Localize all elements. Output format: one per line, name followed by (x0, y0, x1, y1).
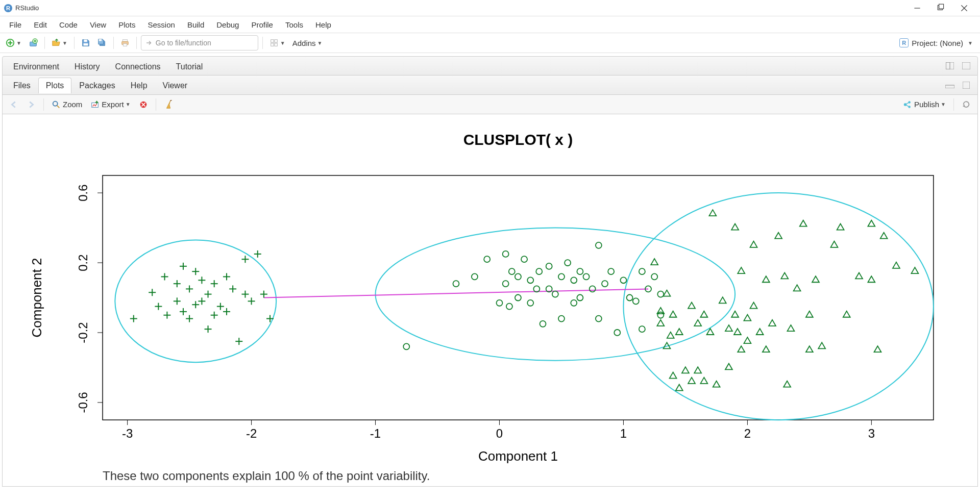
chevron-down-icon: ▼ (968, 40, 973, 46)
svg-marker-204 (750, 303, 757, 309)
svg-marker-202 (744, 315, 751, 321)
project-selector[interactable]: R Project: (None) ▼ (895, 38, 977, 47)
tab-connections[interactable]: Connections (108, 59, 168, 74)
tab-tutorial[interactable]: Tutorial (168, 59, 211, 74)
svg-rect-19 (275, 40, 277, 42)
rstudio-icon: R (4, 4, 12, 12)
svg-marker-213 (794, 285, 801, 291)
menu-view[interactable]: View (84, 18, 112, 31)
menu-file[interactable]: File (3, 18, 28, 31)
svg-marker-227 (893, 262, 900, 268)
svg-line-33 (170, 100, 172, 101)
menu-plots[interactable]: Plots (112, 18, 141, 31)
svg-point-142 (527, 300, 533, 306)
svg-point-160 (596, 316, 602, 322)
svg-marker-174 (657, 320, 664, 326)
pane-maximize-icon[interactable] (959, 78, 973, 92)
svg-line-28 (57, 105, 60, 108)
svg-marker-199 (738, 267, 745, 273)
svg-marker-182 (676, 385, 683, 391)
app-title: RStudio (15, 4, 39, 12)
clear-plots-button[interactable] (161, 97, 176, 112)
svg-marker-181 (676, 329, 683, 335)
svg-text:-3: -3 (122, 426, 133, 440)
svg-point-133 (484, 256, 490, 262)
svg-marker-220 (837, 224, 844, 230)
addins-button[interactable]: Addins ▼ (290, 36, 325, 50)
svg-text:0.2: 0.2 (76, 254, 90, 271)
svg-text:These two components explain 1: These two components explain 100 % of th… (103, 469, 430, 483)
tab-files[interactable]: Files (6, 78, 38, 93)
tab-history[interactable]: History (67, 59, 108, 74)
tab-environment[interactable]: Environment (6, 59, 67, 74)
remove-plot-button[interactable] (136, 97, 151, 112)
svg-marker-196 (731, 224, 739, 230)
svg-marker-222 (855, 272, 863, 279)
svg-text:2: 2 (744, 426, 751, 440)
svg-point-145 (536, 268, 542, 274)
svg-point-156 (577, 268, 583, 274)
svg-point-138 (509, 268, 515, 274)
menu-profile[interactable]: Profile (245, 18, 279, 31)
menu-debug[interactable]: Debug (210, 18, 245, 31)
window-maximize-button[interactable] (929, 0, 952, 16)
svg-point-27 (53, 101, 58, 106)
svg-marker-173 (651, 259, 658, 265)
save-all-button[interactable] (95, 36, 109, 50)
tab-viewer[interactable]: Viewer (155, 78, 195, 93)
svg-line-38 (906, 105, 909, 106)
svg-point-166 (633, 298, 639, 304)
zoom-icon (52, 100, 61, 109)
window-minimize-button[interactable] (905, 0, 929, 16)
new-file-button[interactable]: ▼ (3, 36, 24, 50)
new-project-button[interactable] (26, 36, 40, 50)
tab-plots[interactable]: Plots (38, 78, 72, 93)
svg-point-137 (506, 304, 512, 310)
print-button[interactable] (118, 36, 132, 50)
svg-marker-203 (750, 241, 757, 247)
svg-point-153 (571, 277, 577, 283)
refresh-plot-button[interactable] (959, 97, 973, 112)
svg-point-135 (503, 251, 509, 257)
window-close-button[interactable] (952, 0, 976, 16)
pane-collapse-icon[interactable] (943, 78, 957, 92)
svg-marker-186 (694, 320, 701, 326)
svg-text:-2: -2 (246, 426, 257, 440)
svg-point-147 (546, 263, 552, 269)
menu-edit[interactable]: Edit (28, 18, 53, 31)
export-button[interactable]: Export ▼ (88, 97, 133, 112)
publish-button[interactable]: Publish ▼ (900, 97, 948, 112)
svg-marker-214 (800, 220, 807, 227)
grid-view-button[interactable]: ▼ (267, 36, 288, 50)
svg-point-158 (590, 286, 596, 292)
chevron-down-icon: ▼ (16, 40, 21, 46)
svg-point-139 (515, 295, 521, 301)
svg-marker-191 (709, 210, 716, 216)
tab-packages[interactable]: Packages (71, 78, 122, 93)
svg-marker-193 (719, 297, 726, 303)
export-icon (90, 100, 100, 109)
titlebar: R RStudio (0, 0, 980, 16)
zoom-button[interactable]: Zoom (49, 97, 85, 112)
svg-marker-224 (868, 276, 875, 282)
open-file-button[interactable]: ▼ (49, 36, 70, 50)
menu-build[interactable]: Build (181, 18, 210, 31)
menu-help[interactable]: Help (309, 18, 337, 31)
goto-file-function-input[interactable]: Go to file/function (141, 35, 258, 51)
svg-point-162 (608, 268, 614, 274)
svg-point-35 (908, 101, 911, 104)
pane-layout-icon[interactable] (943, 59, 957, 73)
plot-next-button[interactable] (24, 97, 38, 112)
save-button[interactable] (79, 36, 93, 50)
menubar: FileEditCodeViewPlotsSessionBuildDebugPr… (0, 16, 980, 33)
tab-help[interactable]: Help (123, 78, 155, 93)
svg-rect-20 (271, 43, 274, 46)
chevron-down-icon: ▼ (126, 102, 131, 107)
svg-marker-192 (713, 381, 720, 387)
plot-prev-button[interactable] (7, 97, 21, 112)
pane-minimize-icon[interactable] (959, 59, 973, 73)
menu-session[interactable]: Session (142, 18, 181, 31)
menu-tools[interactable]: Tools (279, 18, 309, 31)
svg-point-151 (558, 316, 565, 322)
menu-code[interactable]: Code (53, 18, 84, 31)
